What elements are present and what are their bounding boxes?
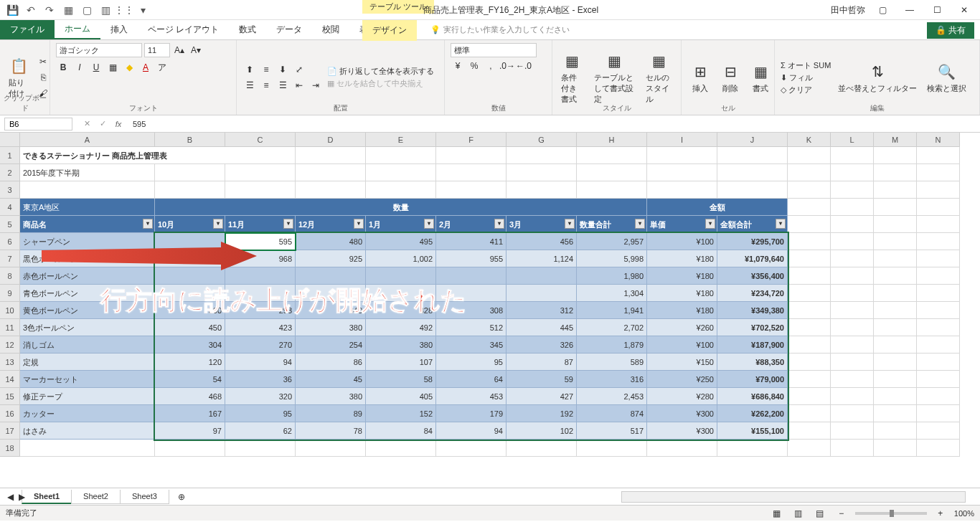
cell[interactable]: 修正テープ xyxy=(20,388,155,405)
filter-dropdown-icon[interactable]: ▾ xyxy=(424,219,434,229)
cell[interactable]: マーカーセット xyxy=(20,371,155,388)
cell[interactable]: ¥180 xyxy=(647,302,717,319)
cell[interactable] xyxy=(831,181,874,199)
cell[interactable]: シャープペン xyxy=(20,233,155,250)
minimize-icon[interactable]: — xyxy=(900,3,920,17)
cell[interactable] xyxy=(788,199,831,216)
cell[interactable] xyxy=(155,285,225,302)
wrap-text-button[interactable]: 📄 折り返して全体を表示する xyxy=(327,66,434,77)
row-header[interactable]: 7 xyxy=(0,250,20,267)
cell[interactable]: 36 xyxy=(225,371,296,388)
qat-icon-2[interactable]: ▢ xyxy=(79,2,95,18)
cell[interactable] xyxy=(647,147,717,164)
cell[interactable] xyxy=(647,440,717,457)
cell[interactable] xyxy=(577,440,647,457)
indent-inc-icon[interactable]: ⇥ xyxy=(308,78,323,92)
row-header[interactable]: 14 xyxy=(0,371,20,388)
cell[interactable] xyxy=(296,440,366,457)
cell[interactable] xyxy=(788,353,831,371)
cell[interactable] xyxy=(917,319,960,336)
cell[interactable]: 345 xyxy=(436,336,507,353)
zoom-level[interactable]: 100% xyxy=(954,509,974,518)
tab-data[interactable]: データ xyxy=(266,20,312,39)
cell[interactable]: 86 xyxy=(296,353,366,371)
cell[interactable] xyxy=(577,147,647,164)
cell[interactable]: 89 xyxy=(296,405,366,422)
cell[interactable] xyxy=(507,147,577,164)
qat-icon-1[interactable]: ▦ xyxy=(60,2,76,18)
cell[interactable] xyxy=(831,440,874,457)
cell[interactable]: 1,002 xyxy=(366,250,436,267)
cell-styles-button[interactable]: ▦セルのスタイル xyxy=(643,49,675,106)
column-header[interactable]: E xyxy=(366,133,436,147)
cell[interactable]: 179 xyxy=(436,405,507,422)
cell[interactable] xyxy=(874,147,917,164)
cell[interactable]: 青色ボールペン xyxy=(20,285,155,302)
cell[interactable]: 黄色ボールペン xyxy=(20,302,155,319)
cell[interactable]: 316 xyxy=(577,371,647,388)
close-icon[interactable]: ✕ xyxy=(954,3,974,17)
font-name-select[interactable]: 游ゴシック xyxy=(56,43,142,57)
cell[interactable] xyxy=(788,250,831,267)
column-header[interactable]: H xyxy=(577,133,647,147)
zoom-slider[interactable] xyxy=(855,512,927,515)
cell[interactable] xyxy=(917,422,960,440)
cell[interactable]: 102 xyxy=(507,422,577,440)
cell[interactable]: 金額合計▾ xyxy=(717,216,788,233)
align-middle-icon[interactable]: ≡ xyxy=(259,62,273,77)
cell[interactable]: ¥187,900 xyxy=(717,336,788,353)
cell[interactable]: 赤色ボールペン xyxy=(20,267,155,285)
qat-icon-4[interactable]: ⋮⋮ xyxy=(116,2,132,18)
cell[interactable]: 2,957 xyxy=(577,233,647,250)
cell[interactable]: 445 xyxy=(507,319,577,336)
delete-cells-button[interactable]: ⊟削除 xyxy=(717,60,743,95)
cell[interactable] xyxy=(20,440,155,457)
cell[interactable]: ¥88,350 xyxy=(717,353,788,371)
cell[interactable] xyxy=(507,267,577,285)
indent-dec-icon[interactable]: ⇤ xyxy=(292,78,306,92)
column-header[interactable]: B xyxy=(155,133,225,147)
tell-me-box[interactable]: 💡 実行したい作業を入力してください xyxy=(430,24,570,35)
underline-icon[interactable]: U xyxy=(89,60,103,75)
phonetic-icon[interactable]: ア xyxy=(155,60,169,75)
increase-decimal-icon[interactable]: .0→ xyxy=(500,59,514,73)
cell[interactable] xyxy=(874,216,917,233)
cell[interactable] xyxy=(225,164,296,181)
cell[interactable]: 商品名▾ xyxy=(20,216,155,233)
cell[interactable] xyxy=(366,147,436,164)
sheet-nav-next-icon[interactable]: ▶ xyxy=(14,490,29,504)
cell[interactable]: 1,941 xyxy=(577,302,647,319)
cell[interactable] xyxy=(788,164,831,181)
cell[interactable]: 968 xyxy=(225,250,296,267)
cell[interactable]: 468 xyxy=(155,388,225,405)
cell[interactable] xyxy=(436,285,507,302)
cell[interactable] xyxy=(874,353,917,371)
cell[interactable]: 167 xyxy=(155,405,225,422)
cell[interactable]: 3色ボールペン xyxy=(20,319,155,336)
cell[interactable] xyxy=(917,371,960,388)
cell[interactable] xyxy=(874,422,917,440)
share-button[interactable]: 🔒 共有 xyxy=(927,22,974,39)
cell[interactable]: 1,879 xyxy=(577,336,647,353)
decrease-decimal-icon[interactable]: ←.0 xyxy=(517,59,531,73)
cell[interactable]: 152 xyxy=(366,405,436,422)
cell[interactable] xyxy=(917,440,960,457)
cell[interactable] xyxy=(155,164,225,181)
tab-review[interactable]: 校閲 xyxy=(312,20,349,39)
cell[interactable] xyxy=(507,164,577,181)
cell[interactable]: 2月▾ xyxy=(436,216,507,233)
cell[interactable]: 450 xyxy=(155,319,225,336)
save-icon[interactable]: 💾 xyxy=(4,2,20,18)
cell[interactable] xyxy=(225,267,296,285)
cell[interactable] xyxy=(917,285,960,302)
column-header[interactable]: C xyxy=(225,133,296,147)
cell[interactable]: 87 xyxy=(507,353,577,371)
cell[interactable]: 925 xyxy=(296,250,366,267)
autosum-button[interactable]: Σ オート SUM xyxy=(781,60,831,71)
cell[interactable] xyxy=(831,216,874,233)
cell[interactable] xyxy=(507,285,577,302)
cell[interactable] xyxy=(788,267,831,285)
cell[interactable] xyxy=(831,285,874,302)
cell[interactable] xyxy=(917,336,960,353)
cell[interactable]: ¥250 xyxy=(647,371,717,388)
